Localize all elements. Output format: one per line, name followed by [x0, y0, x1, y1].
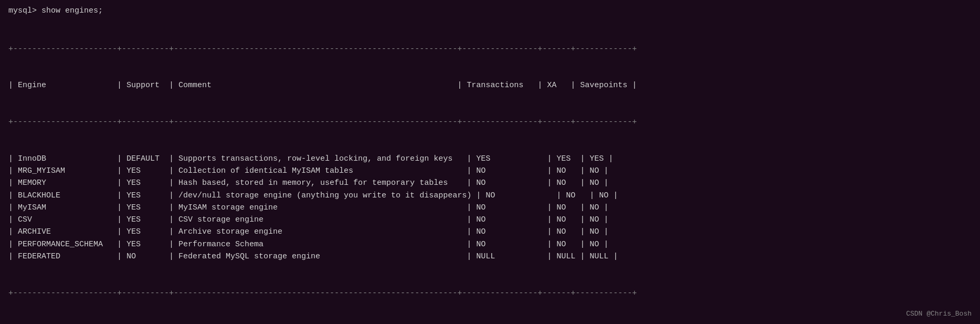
watermark: CSDN @Chris_Bosh: [906, 310, 972, 318]
prompt-line: mysql> show engines;: [8, 6, 972, 15]
table-row: | FEDERATED | NO | Federated MySQL stora…: [8, 250, 972, 263]
table-row: | CSV | YES | CSV storage engine | NO | …: [8, 214, 972, 226]
header-row: | Engine | Support | Comment | Transacti…: [8, 79, 972, 91]
table-row: | MRG_MYISAM | YES | Collection of ident…: [8, 165, 972, 177]
table-row: | PERFORMANCE_SCHEMA | YES | Performance…: [8, 238, 972, 250]
table-row: | ARCHIVE | YES | Archive storage engine…: [8, 226, 972, 238]
separator-top: +----------------------+----------+-----…: [8, 43, 972, 55]
table-row: | MEMORY | YES | Hash based, stored in m…: [8, 177, 972, 189]
terminal: mysql> show engines; +------------------…: [8, 6, 972, 324]
separator-header: +----------------------+----------+-----…: [8, 116, 972, 128]
table-row: | BLACKHOLE | YES | /dev/null storage en…: [8, 190, 972, 202]
table-row: | MyISAM | YES | MyISAM storage engine |…: [8, 202, 972, 214]
table-body: | InnoDB | DEFAULT | Supports transactio…: [8, 153, 972, 263]
separator-bottom: +----------------------+----------+-----…: [8, 287, 972, 299]
table-row: | InnoDB | DEFAULT | Supports transactio…: [8, 153, 972, 165]
table-container: +----------------------+----------+-----…: [8, 18, 972, 323]
